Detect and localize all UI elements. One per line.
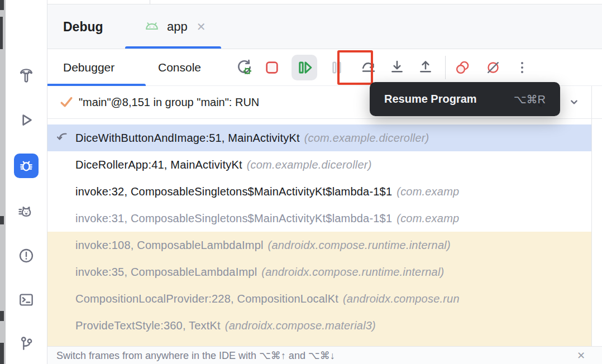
- sidebar-item-logcat[interactable]: [14, 200, 39, 224]
- sidebar-item-version-control[interactable]: [14, 331, 39, 356]
- frame-title: CompositionLocalProvider:228, Compositio…: [75, 293, 338, 305]
- active-tab-underline: [125, 46, 221, 49]
- debug-tool-window: Debug app ✕ Debugger: [0, 0, 602, 364]
- window-edge-artifact: [0, 0, 4, 10]
- tooltip-label: Resume Program: [384, 93, 477, 106]
- execution-point-icon: [54, 130, 70, 146]
- window-edge-artifact: [0, 343, 4, 364]
- sidebar-item-terminal[interactable]: [14, 288, 39, 312]
- hint-bar: Switch frames from anywhere in the IDE w…: [47, 346, 602, 364]
- debugger-toolbar: Debugger Console: [47, 49, 602, 86]
- window-edge-artifact: [0, 17, 3, 49]
- frame-title: invoke:35, ComposableLambdaImpl: [75, 266, 257, 279]
- frame-title: invoke:31, ComposableSingletons$MainActi…: [75, 212, 392, 225]
- scrollbar-gutter-divider: [591, 119, 592, 346]
- tab-debugger-label: Debugger: [63, 61, 114, 74]
- frame-title: invoke:32, ComposableSingletons$MainActi…: [75, 185, 392, 198]
- frame-title: invoke:108, ComposableLambdaImpl: [75, 239, 264, 252]
- toolbar-divider: [445, 56, 446, 79]
- frame-package: (androidx.compose.runtime.internal): [268, 239, 451, 252]
- debug-header: Debug app ✕: [47, 4, 602, 49]
- more-options-button[interactable]: [513, 58, 532, 77]
- editor-bottom-edge: [47, 0, 602, 4]
- resume-icon: [295, 58, 314, 77]
- pause-program-button[interactable]: [327, 58, 346, 77]
- cat-icon: [17, 203, 35, 221]
- frame-package: (com.examp: [396, 212, 459, 225]
- tooltip-shortcut: ⌥⌘R: [514, 93, 546, 106]
- bug-icon: [18, 157, 35, 174]
- warning-circle-icon: [17, 247, 35, 265]
- tab-console[interactable]: Console: [158, 49, 201, 85]
- stack-frame-row[interactable]: invoke:108, ComposableLambdaImpl (androi…: [47, 232, 591, 258]
- resume-program-button[interactable]: [295, 58, 314, 77]
- stack-frame-row[interactable]: CompositionLocalProvider:228, Compositio…: [47, 285, 591, 312]
- step-out-icon: [417, 59, 434, 76]
- frame-title: ProvideTextStyle:360, TextKt: [75, 319, 221, 332]
- step-into-button[interactable]: [388, 58, 407, 77]
- rerun-debugger-button[interactable]: [235, 58, 254, 77]
- hint-text: Switch frames from anywhere in the IDE w…: [56, 349, 335, 362]
- play-icon: [17, 111, 35, 129]
- chevron-down-icon[interactable]: [566, 94, 582, 110]
- frame-package: (com.example.diceroller): [247, 159, 372, 171]
- stop-icon: [263, 59, 281, 76]
- session-tab-label: app: [167, 20, 188, 34]
- scrollbar-gutter-divider: [591, 86, 592, 118]
- window-edge: [0, 0, 6, 364]
- tool-window-title: Debug: [63, 19, 103, 34]
- stack-frame-row[interactable]: invoke:35, ComposableLambdaImpl (android…: [47, 258, 591, 285]
- hammer-icon: [17, 66, 35, 84]
- sidebar-item-problems[interactable]: [14, 243, 39, 268]
- session-tab-app[interactable]: app ✕: [137, 4, 212, 49]
- android-icon: [144, 18, 160, 35]
- stack-frame-row[interactable]: DiceWithButtonAndImage:51, MainActivityK…: [47, 124, 591, 151]
- close-icon[interactable]: ✕: [577, 349, 585, 362]
- stack-frame-row[interactable]: invoke:32, ComposableSingletons$MainActi…: [47, 178, 591, 205]
- stack-frame-row[interactable]: DiceRollerApp:41, MainActivityKt (com.ex…: [47, 151, 591, 178]
- git-branch-icon: [17, 334, 35, 352]
- tab-debugger[interactable]: Debugger: [63, 49, 114, 85]
- step-over-button[interactable]: [359, 58, 378, 77]
- frames-panel: DiceWithButtonAndImage:51, MainActivityK…: [47, 119, 602, 346]
- step-into-icon: [388, 59, 406, 76]
- library-frames-filler: [47, 339, 591, 346]
- stack-frame-row[interactable]: invoke:31, ComposableSingletons$MainActi…: [47, 205, 591, 232]
- stack-frame-row[interactable]: ProvideTextStyle:360, TextKt (androidx.c…: [47, 312, 591, 339]
- sidebar-item-build[interactable]: [14, 63, 39, 88]
- window-edge-artifact: [0, 216, 4, 224]
- tool-window-sidebar: [6, 0, 47, 364]
- more-vertical-icon: [521, 62, 523, 73]
- frame-title: DiceWithButtonAndImage:51, MainActivityK…: [75, 132, 300, 145]
- frame-title: DiceRollerApp:41, MainActivityKt: [75, 159, 242, 171]
- frame-package: (com.examp: [396, 185, 459, 198]
- rerun-debugger-icon: [235, 58, 254, 77]
- window-edge-artifact: [0, 311, 4, 321]
- frame-package: (androidx.compose.material3): [225, 319, 376, 332]
- view-breakpoints-icon: [453, 59, 471, 76]
- sidebar-item-debug[interactable]: [14, 154, 39, 178]
- resume-program-tooltip: Resume Program ⌥⌘R: [370, 82, 560, 116]
- frame-package: (androidx.compose.run: [343, 293, 460, 305]
- pause-icon: [328, 59, 346, 76]
- stop-button[interactable]: [262, 58, 281, 77]
- tab-console-label: Console: [158, 61, 201, 74]
- frames-list: DiceWithButtonAndImage:51, MainActivityK…: [47, 119, 591, 339]
- frame-package: (androidx.compose.runtime.internal): [261, 266, 444, 279]
- check-icon: [59, 94, 74, 110]
- terminal-icon: [17, 291, 35, 309]
- sidebar-item-run[interactable]: [14, 108, 39, 132]
- thread-status-text[interactable]: "main"@8,151 in group "main": RUN: [79, 96, 259, 109]
- close-icon[interactable]: ✕: [197, 20, 206, 33]
- debug-panel: Debug app ✕ Debugger: [47, 0, 602, 364]
- view-breakpoints-button[interactable]: [453, 58, 472, 77]
- mute-breakpoints-button[interactable]: [484, 58, 503, 77]
- step-out-button[interactable]: [416, 58, 435, 77]
- step-over-icon: [360, 59, 378, 76]
- mute-breakpoints-icon: [484, 59, 502, 76]
- frame-package: (com.example.diceroller): [304, 132, 429, 145]
